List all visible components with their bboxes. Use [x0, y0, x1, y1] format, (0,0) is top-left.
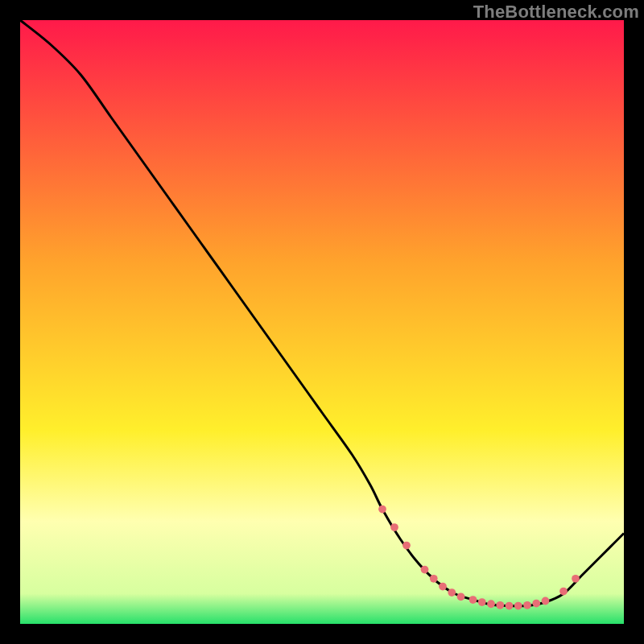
- highlight-dot: [457, 592, 465, 601]
- highlight-dot: [439, 583, 447, 591]
- highlight-dot: [421, 566, 429, 574]
- highlight-dot: [469, 596, 477, 604]
- highlight-dot: [532, 600, 540, 608]
- highlight-dot: [514, 602, 522, 610]
- highlight-dot: [390, 523, 398, 531]
- chart-stage: TheBottleneck.com: [0, 0, 644, 644]
- highlight-dot: [478, 598, 486, 606]
- bottleneck-curve: [20, 20, 624, 606]
- highlight-dot: [430, 575, 438, 583]
- highlight-dot: [523, 601, 531, 609]
- highlight-dot: [402, 542, 411, 550]
- highlight-dot: [496, 601, 504, 609]
- highlight-dot: [572, 575, 580, 583]
- highlight-dot: [448, 588, 456, 597]
- highlight-dot: [487, 600, 495, 608]
- highlight-dots: [378, 506, 580, 610]
- curve-layer: [20, 20, 624, 624]
- highlight-dot: [559, 588, 568, 596]
- highlight-dot: [506, 602, 514, 610]
- highlight-dot: [542, 597, 550, 605]
- plot-area: [20, 20, 624, 624]
- highlight-dot: [378, 506, 386, 514]
